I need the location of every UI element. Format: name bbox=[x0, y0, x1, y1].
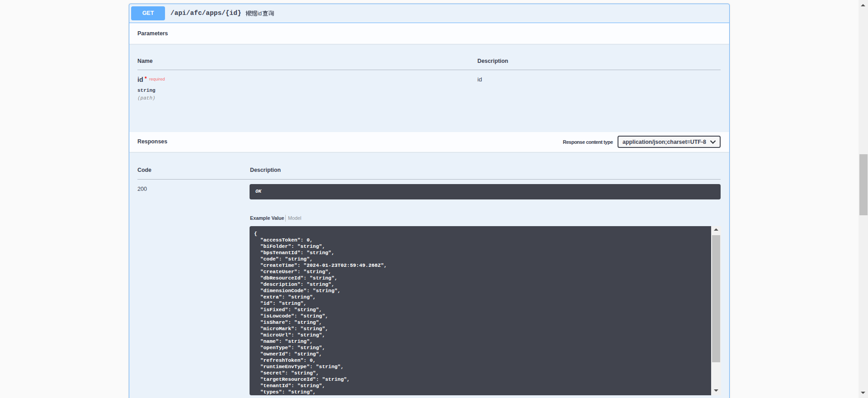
svg-text:id: id bbox=[258, 10, 262, 17]
